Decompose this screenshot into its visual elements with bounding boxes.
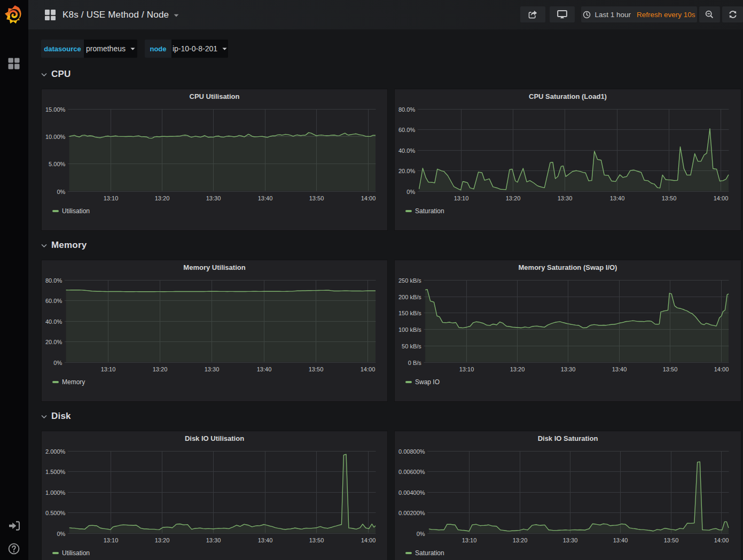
x-tick-label: 13:50 bbox=[309, 537, 324, 543]
side-menu bbox=[0, 0, 28, 560]
panel-disk-io-utilisation: Disk IO UtilisationUtilisation0%0.500%1.… bbox=[41, 431, 388, 560]
y-tick-label: 0.00800% bbox=[398, 448, 425, 455]
x-tick-label: 13:50 bbox=[663, 366, 678, 372]
row-header-memory[interactable]: Memory bbox=[41, 237, 87, 253]
x-tick-label: 13:30 bbox=[558, 195, 573, 201]
variable-node: node ip-10-0-8-201 bbox=[145, 40, 228, 58]
x-tick-label: 13:20 bbox=[153, 366, 168, 372]
variable-datasource-value[interactable]: prometheus bbox=[84, 40, 137, 58]
x-tick-label: 13:20 bbox=[155, 537, 170, 543]
variable-datasource-value-text: prometheus bbox=[86, 44, 126, 53]
y-tick-label: 60.0% bbox=[398, 127, 415, 133]
y-tick-label: 0.00400% bbox=[398, 489, 425, 496]
x-tick-label: 13:20 bbox=[506, 195, 521, 201]
x-tick-label: 13:40 bbox=[258, 195, 273, 201]
zoom-out-button[interactable] bbox=[699, 6, 720, 22]
time-range-label: Last 1 hour bbox=[595, 11, 631, 19]
variable-node-label: node bbox=[145, 40, 171, 58]
y-tick-label: 0% bbox=[417, 531, 425, 537]
refresh-dashboard-button[interactable] bbox=[722, 6, 743, 22]
y-tick-label: 0.500% bbox=[45, 510, 66, 516]
x-tick-label: 14:00 bbox=[361, 537, 376, 543]
x-tick-label: 13:30 bbox=[205, 366, 220, 372]
variable-datasource: datasource prometheus bbox=[41, 40, 137, 58]
dropdown-caret-icon bbox=[130, 48, 135, 50]
dashboard-title: K8s / USE Method / Node bbox=[62, 10, 169, 20]
y-tick-label: 0% bbox=[53, 360, 62, 366]
row-title: CPU bbox=[51, 69, 71, 80]
graph-canvas[interactable]: 0 B/s50 kB/s100 kB/s150 kB/s200 kB/s250 … bbox=[395, 260, 740, 401]
monitor-icon bbox=[557, 10, 567, 19]
x-tick-label: 13:40 bbox=[258, 537, 273, 543]
y-tick-label: 100 kB/s bbox=[398, 326, 421, 333]
x-tick-label: 13:30 bbox=[206, 537, 221, 543]
y-tick-label: 10.00% bbox=[45, 134, 66, 140]
y-tick-label: 0% bbox=[57, 189, 65, 195]
zoom-out-icon bbox=[705, 10, 714, 19]
x-tick-label: 13:10 bbox=[454, 195, 469, 201]
x-tick-label: 13:40 bbox=[613, 537, 628, 543]
x-tick-label: 13:40 bbox=[612, 366, 627, 372]
y-tick-label: 80.0% bbox=[45, 277, 62, 284]
variable-datasource-label: datasource bbox=[41, 40, 84, 58]
x-tick-label: 13:10 bbox=[459, 366, 474, 372]
variable-node-value[interactable]: ip-10-0-8-201 bbox=[171, 40, 228, 58]
row-title: Disk bbox=[51, 411, 71, 422]
graph-canvas[interactable]: 0%5.00%10.00%15.00%13:1013:2013:3013:401… bbox=[42, 89, 387, 230]
graph-canvas[interactable]: 0%0.500%1.000%1.500%2.000%13:1013:2013:3… bbox=[42, 431, 387, 560]
y-tick-label: 20.0% bbox=[398, 168, 415, 174]
row-header-cpu[interactable]: CPU bbox=[41, 66, 71, 82]
x-tick-label: 13:50 bbox=[662, 195, 677, 201]
y-tick-label: 150 kB/s bbox=[398, 310, 421, 316]
navbar-buttons: Last 1 hour Refresh every 10s bbox=[520, 6, 743, 22]
row-chevron-down-icon bbox=[41, 244, 47, 248]
graph-canvas[interactable]: 0%20.0%40.0%60.0%80.0%13:1013:2013:3013:… bbox=[42, 260, 387, 401]
row-chevron-down-icon bbox=[41, 73, 47, 77]
y-tick-label: 1.000% bbox=[45, 489, 66, 496]
row-header-disk[interactable]: Disk bbox=[41, 408, 71, 424]
y-tick-label: 2.000% bbox=[45, 448, 66, 455]
series-fill bbox=[429, 462, 729, 533]
y-tick-label: 0% bbox=[406, 189, 415, 195]
y-tick-label: 250 kB/s bbox=[398, 277, 421, 284]
y-tick-label: 0.00600% bbox=[398, 469, 425, 475]
sidebar-help-icon[interactable] bbox=[8, 543, 20, 555]
x-tick-label: 14:00 bbox=[714, 537, 729, 543]
x-tick-label: 14:00 bbox=[714, 195, 729, 201]
y-tick-label: 0% bbox=[57, 531, 65, 537]
panel-cpu-utilisation: CPU UtilisationUtilisation0%5.00%10.00%1… bbox=[41, 89, 388, 231]
x-tick-label: 14:00 bbox=[714, 366, 729, 372]
graph-canvas[interactable]: 0%20.0%40.0%60.0%80.0%13:1013:2013:3013:… bbox=[395, 89, 740, 230]
title-caret-down-icon bbox=[174, 14, 179, 17]
y-tick-label: 1.500% bbox=[45, 469, 66, 475]
variable-node-value-text: ip-10-0-8-201 bbox=[173, 44, 217, 53]
panel-memory-saturation-swap-i-o: Memory Saturation (Swap I/O)Swap IO0 B/s… bbox=[394, 260, 741, 402]
series-line bbox=[429, 462, 729, 531]
y-tick-label: 80.0% bbox=[398, 106, 415, 113]
x-tick-label: 13:10 bbox=[462, 537, 477, 543]
time-picker-button[interactable]: Last 1 hour Refresh every 10s bbox=[581, 6, 697, 22]
x-tick-label: 14:00 bbox=[361, 195, 376, 201]
cycle-view-mode-button[interactable] bbox=[550, 6, 575, 22]
x-tick-label: 13:10 bbox=[104, 195, 119, 201]
dashboard-title-button[interactable]: K8s / USE Method / Node bbox=[45, 0, 179, 29]
y-tick-label: 5.00% bbox=[49, 161, 65, 167]
sidebar-signin-icon[interactable] bbox=[8, 520, 20, 531]
panel-cpu-saturation-load1: CPU Saturation (Load1)Saturation0%20.0%4… bbox=[394, 89, 741, 231]
x-tick-label: 13:30 bbox=[206, 195, 221, 201]
row-title: Memory bbox=[51, 240, 87, 251]
y-tick-label: 0.00200% bbox=[398, 510, 425, 516]
x-tick-label: 13:10 bbox=[101, 366, 116, 372]
y-tick-label: 20.0% bbox=[45, 339, 62, 345]
panel-disk-io-saturation: Disk IO SaturationSaturation0%0.00200%0.… bbox=[394, 431, 741, 560]
series-fill bbox=[69, 133, 376, 191]
sidebar-dashboards-icon[interactable] bbox=[8, 58, 20, 69]
series-line bbox=[69, 454, 376, 530]
series-fill bbox=[66, 290, 376, 362]
y-tick-label: 200 kB/s bbox=[398, 294, 421, 300]
y-tick-label: 40.0% bbox=[45, 318, 62, 325]
grafana-logo[interactable] bbox=[4, 4, 24, 24]
graph-canvas[interactable]: 0%0.00200%0.00400%0.00600%0.00800%13:101… bbox=[395, 431, 740, 560]
y-tick-label: 15.00% bbox=[45, 106, 66, 113]
share-button[interactable] bbox=[520, 6, 545, 22]
